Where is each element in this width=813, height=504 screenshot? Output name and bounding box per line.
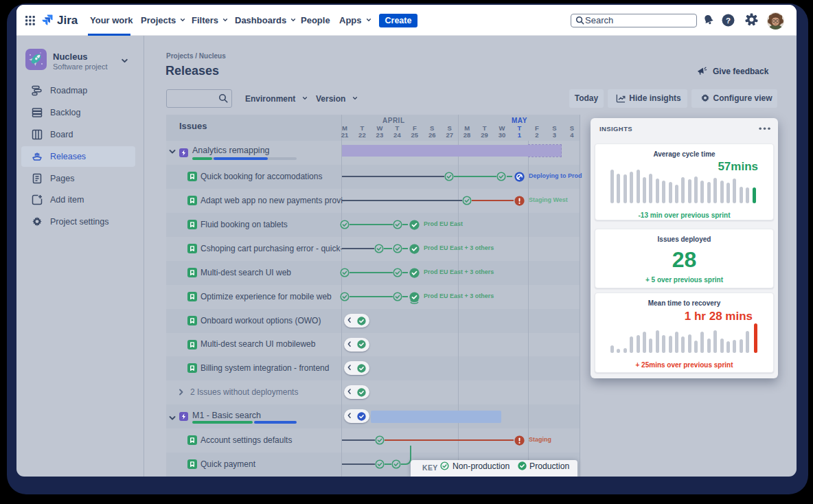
svg-text:?: ? — [726, 16, 731, 25]
